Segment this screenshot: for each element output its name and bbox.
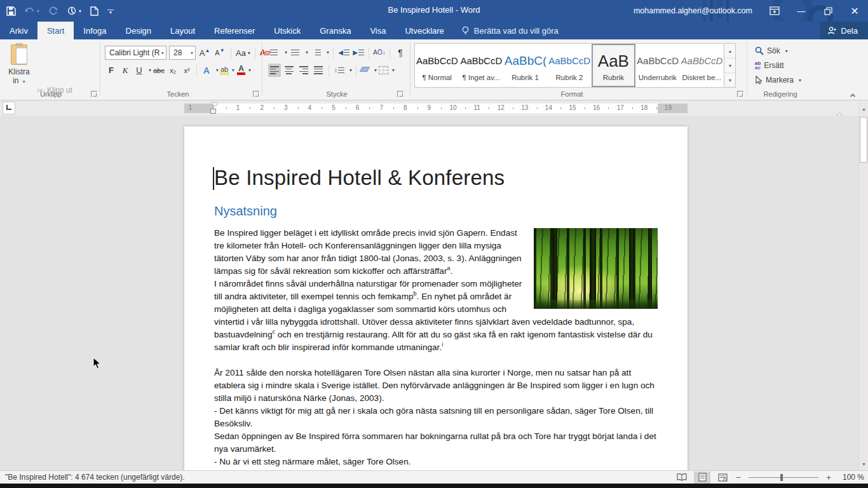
status-text[interactable]: "Be Inspired Hotell": 4 674 tecken (unge… [5, 473, 185, 482]
align-right-button[interactable] [297, 64, 310, 77]
find-button[interactable]: Sök ▾ [755, 44, 788, 57]
font-color-button[interactable]: A [237, 65, 245, 75]
paragraph[interactable]: Sedan öppningen av Be Inspired förra som… [214, 430, 658, 456]
text-effects-button[interactable]: A [200, 64, 213, 77]
replace-button[interactable]: abac Ersätt [755, 59, 784, 72]
tab-visa[interactable]: Visa [360, 22, 395, 39]
decrease-indent-button[interactable]: ◀ [337, 46, 350, 59]
collapse-ribbon-icon[interactable] [846, 91, 859, 100]
zoom-in-icon[interactable]: + [825, 473, 832, 482]
zoom-slider[interactable] [749, 477, 818, 478]
borders-icon[interactable] [379, 66, 388, 74]
zoom-slider-thumb[interactable] [780, 474, 783, 481]
italic-button[interactable]: K [119, 64, 132, 77]
styles-scroll-up-icon[interactable]: ▲ [725, 44, 735, 58]
ribbon-display-options-icon[interactable] [761, 0, 788, 22]
scroll-up-icon[interactable]: ▲ [859, 104, 868, 114]
bullets-button[interactable] [268, 46, 281, 59]
user-email[interactable]: mohammed.algheri@outlook.com [634, 6, 752, 15]
sort-button[interactable]: AÖ↓ [373, 46, 386, 59]
select-button[interactable]: Markera ▾ [755, 74, 801, 86]
document-page[interactable]: Be Inspired Hotell & Konferens Nysatsnin… [184, 126, 688, 470]
tab-arkiv[interactable]: Arkiv [0, 22, 37, 39]
shrink-font-button[interactable]: A▼ [214, 46, 226, 60]
highlight-dropdown[interactable]: ▾ [232, 67, 234, 73]
web-layout-icon[interactable] [714, 471, 731, 484]
paragraph[interactable]: - Nu är vi ett steg närmare målet, säger… [214, 456, 658, 468]
superscript-button[interactable]: x² [180, 64, 193, 77]
grow-font-button[interactable]: A▲ [198, 46, 211, 60]
undo-icon[interactable]: ▾ [25, 6, 39, 15]
multilevel-dropdown[interactable]: ▾ [327, 50, 329, 55]
multilevel-list-button[interactable] [310, 46, 323, 59]
find-dropdown[interactable]: ▾ [785, 48, 788, 54]
bullets-dropdown[interactable]: ▾ [285, 50, 287, 55]
style-diskret-be-[interactable]: AaBbCcDcDiskret be... [680, 44, 724, 87]
styles-expand-icon[interactable]: ▼ [725, 73, 735, 87]
borders-dropdown[interactable]: ▾ [392, 67, 395, 73]
scrollbar-thumb[interactable] [860, 117, 867, 163]
print-layout-icon[interactable] [694, 471, 710, 484]
justify-button[interactable] [312, 64, 325, 77]
minimize-button[interactable]: — [788, 0, 815, 22]
text-effects-dropdown[interactable]: ▾ [216, 67, 219, 73]
style-rubrik-1[interactable]: AaBbC(Rubrik 1 [503, 44, 547, 87]
subscript-button[interactable]: x₂ [166, 64, 179, 77]
save-icon[interactable] [6, 6, 16, 16]
document-body[interactable]: Be Inspired ligger beläget i ett idyllis… [214, 227, 658, 470]
select-dropdown[interactable]: ▾ [799, 78, 801, 83]
paragraph[interactable]: År 2011 sålde den norska hotellägaren To… [214, 367, 658, 405]
tab-design[interactable]: Design [116, 22, 161, 39]
shading-dropdown[interactable]: ▾ [374, 67, 377, 73]
numbering-button[interactable] [289, 46, 302, 59]
numbering-dropdown[interactable]: ▾ [306, 50, 308, 55]
increase-indent-button[interactable]: ▶ [352, 46, 365, 59]
align-left-button[interactable] [268, 64, 281, 77]
style--inget-av-[interactable]: AaBbCcDc¶ Inget av... [459, 44, 503, 87]
styles-scroll-down-icon[interactable]: ▼ [725, 58, 735, 73]
underline-dropdown[interactable]: ▾ [149, 67, 151, 73]
line-spacing-button[interactable]: ↕ [333, 64, 346, 77]
tab-referenser[interactable]: Referenser [205, 22, 264, 39]
left-indent-marker[interactable] [210, 109, 216, 114]
tab-layout[interactable]: Layout [161, 22, 205, 39]
style-rubrik[interactable]: AaBRubrik [592, 44, 635, 87]
font-size-combo[interactable]: 28▾ [169, 46, 196, 60]
tab-start[interactable]: Start [37, 22, 74, 39]
zoom-level[interactable]: 100 % [836, 473, 864, 482]
customize-qat-icon[interactable]: —▾ [107, 8, 114, 14]
clipboard-dialog-launcher[interactable] [91, 91, 97, 97]
shading-icon[interactable] [360, 66, 370, 74]
zoom-out-icon[interactable]: − [735, 473, 742, 482]
document-heading[interactable]: Nysatsning [214, 204, 658, 219]
style-rubrik-2[interactable]: AaBbCcDRubrik 2 [547, 44, 591, 87]
document-title[interactable]: Be Inspired Hotell & Konferens [214, 166, 658, 190]
restore-button[interactable] [815, 0, 841, 22]
new-document-icon[interactable] [90, 6, 98, 16]
tab-infoga[interactable]: Infoga [74, 22, 116, 39]
scroll-down-icon[interactable]: ▼ [859, 459, 868, 469]
paragraph-dialog-launcher[interactable] [397, 91, 403, 97]
read-mode-icon[interactable] [674, 471, 690, 484]
style-underrubrik[interactable]: AaBbCcDUnderrubrik [635, 44, 679, 87]
tab-stop-selector[interactable] [3, 102, 15, 114]
line-spacing-dropdown[interactable]: ▾ [349, 67, 352, 73]
paragraph[interactable]: - Det känns viktigt för mig att gå ner i… [214, 405, 658, 430]
change-case-button[interactable]: Aa▾ [236, 46, 250, 60]
show-formatting-marks-button[interactable]: ¶ [394, 46, 407, 59]
forest-image[interactable] [534, 228, 658, 309]
highlight-button[interactable]: ab [220, 66, 229, 75]
share-button[interactable]: Dela [820, 22, 868, 39]
tab-granska[interactable]: Granska [310, 22, 360, 39]
vertical-scrollbar[interactable]: ▲ ▼ [858, 102, 868, 470]
horizontal-ruler[interactable]: 112345678910111213141516171819 [184, 104, 688, 113]
tab-utvecklare[interactable]: Utvecklare [395, 22, 453, 39]
document-area[interactable]: Be Inspired Hotell & Konferens Nysatsnin… [0, 116, 868, 470]
paste-button[interactable]: Klistrain ▾ [4, 43, 34, 92]
align-center-button[interactable] [283, 64, 295, 77]
redo-icon[interactable] [48, 6, 58, 16]
style--normal[interactable]: AaBbCcDc¶ Normal [415, 44, 459, 87]
underline-button[interactable]: U [133, 64, 146, 77]
tab-utskick[interactable]: Utskick [264, 22, 310, 39]
font-color-dropdown[interactable]: ▾ [248, 67, 251, 73]
